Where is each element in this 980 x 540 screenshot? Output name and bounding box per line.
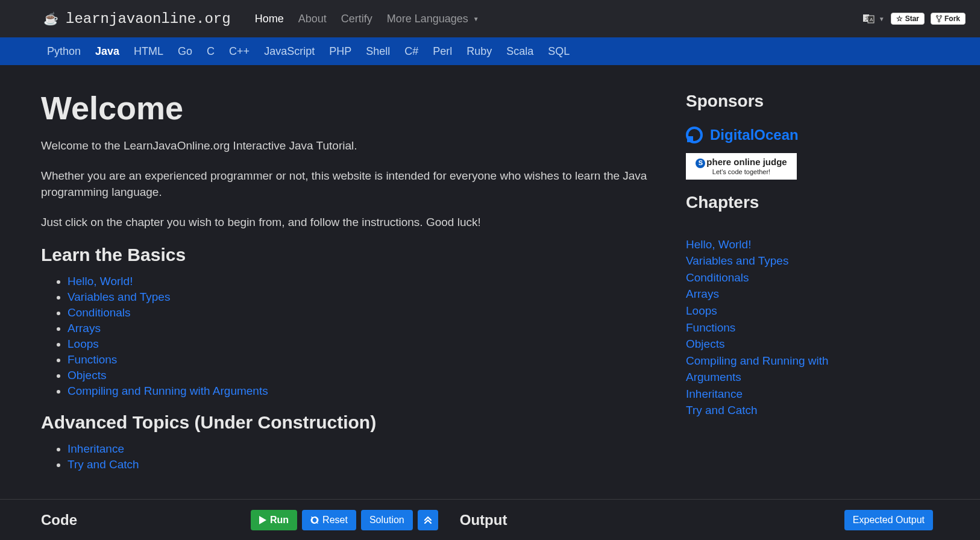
output-label: Output bbox=[460, 512, 507, 529]
lang-tab-ruby[interactable]: Ruby bbox=[466, 45, 492, 58]
language-tabs-bar: PythonJavaHTMLGoCC++JavaScriptPHPShellC#… bbox=[0, 37, 980, 65]
svg-point-4 bbox=[936, 16, 938, 17]
nav-certify[interactable]: Certify bbox=[341, 13, 372, 25]
chapter-link[interactable]: Loops bbox=[68, 338, 99, 350]
sidebar-chapter-link[interactable]: Hello, World! bbox=[686, 236, 843, 253]
solution-button-label: Solution bbox=[369, 515, 404, 526]
list-item: Inheritance bbox=[68, 442, 650, 456]
expected-output-button[interactable]: Expected Output bbox=[844, 510, 933, 530]
sidebar-chapter-link[interactable]: Try and Catch bbox=[686, 402, 843, 419]
main-column: Welcome Welcome to the LearnJavaOnline.o… bbox=[41, 89, 650, 499]
sidebar-chapter-link[interactable]: Variables and Types bbox=[686, 253, 843, 269]
code-label: Code bbox=[41, 512, 251, 529]
lang-tab-perl[interactable]: Perl bbox=[433, 45, 452, 58]
sidebar-chapter-link[interactable]: Conditionals bbox=[686, 269, 843, 286]
lang-tab-go[interactable]: Go bbox=[178, 45, 192, 58]
lang-tab-c[interactable]: C++ bbox=[229, 45, 250, 58]
svg-point-6 bbox=[938, 20, 940, 22]
translate-icon: 文A bbox=[863, 13, 875, 24]
reset-button[interactable]: Reset bbox=[302, 510, 356, 530]
top-nav-bar: ☕ learnjavaonline.org Home About Certify… bbox=[0, 0, 980, 37]
nav-more-languages[interactable]: More Languages ▼ bbox=[387, 13, 479, 25]
java-cup-icon: ☕ bbox=[43, 11, 58, 26]
star-icon: ☆ bbox=[896, 14, 903, 23]
lang-tab-c[interactable]: C# bbox=[404, 45, 418, 58]
lang-tab-javascript[interactable]: JavaScript bbox=[264, 45, 315, 58]
chapter-link[interactable]: Compiling and Running with Arguments bbox=[68, 385, 268, 397]
list-item: Conditionals bbox=[68, 306, 650, 319]
github-star-button[interactable]: ☆ Star bbox=[891, 13, 925, 25]
lang-tab-shell[interactable]: Shell bbox=[366, 45, 390, 58]
site-name: learnjavaonline.org bbox=[66, 11, 231, 27]
github-fork-button[interactable]: Fork bbox=[931, 13, 966, 25]
svg-text:文: 文 bbox=[865, 16, 870, 21]
sponsor-digitalocean[interactable]: DigitalOcean bbox=[686, 127, 843, 143]
nav-about[interactable]: About bbox=[298, 13, 327, 25]
sponsor-spoj-title-text: phere online judge bbox=[706, 157, 787, 167]
list-item: Loops bbox=[68, 338, 650, 351]
caret-down-icon: ▼ bbox=[879, 16, 885, 22]
chapter-link[interactable]: Objects bbox=[68, 369, 106, 381]
footer-right: Expected Output bbox=[844, 510, 933, 530]
lang-tab-c[interactable]: C bbox=[207, 45, 215, 58]
sidebar-chapter-link[interactable]: Loops bbox=[686, 303, 843, 319]
chevron-double-up-icon bbox=[424, 516, 432, 524]
top-nav-right: 文A ▼ ☆ Star Fork bbox=[863, 13, 966, 25]
chapter-link[interactable]: Variables and Types bbox=[68, 290, 170, 303]
lang-tab-java[interactable]: Java bbox=[95, 45, 119, 58]
sidebar-chapter-link[interactable]: Functions bbox=[686, 319, 843, 336]
lang-tab-php[interactable]: PHP bbox=[329, 45, 351, 58]
reset-button-label: Reset bbox=[322, 515, 348, 526]
primary-nav: Home About Certify More Languages ▼ bbox=[255, 13, 479, 25]
run-button[interactable]: Run bbox=[251, 510, 297, 530]
chapter-link[interactable]: Functions bbox=[68, 353, 117, 366]
sidebar-chapter-link[interactable]: Arrays bbox=[686, 286, 843, 303]
sidebar-chapter-link[interactable]: Compiling and Running with Arguments bbox=[686, 353, 843, 386]
svg-point-5 bbox=[940, 16, 941, 17]
sponsor-spoj-title: Sphere online judge bbox=[692, 157, 791, 168]
list-item: Variables and Types bbox=[68, 290, 650, 304]
lang-tab-python[interactable]: Python bbox=[47, 45, 81, 58]
lang-tab-scala[interactable]: Scala bbox=[506, 45, 533, 58]
sidebar-chapter-link[interactable]: Inheritance bbox=[686, 386, 843, 403]
expected-output-label: Expected Output bbox=[853, 515, 925, 526]
chapter-link[interactable]: Conditionals bbox=[68, 306, 131, 319]
chapter-link[interactable]: Arrays bbox=[68, 322, 101, 334]
fork-icon bbox=[936, 15, 942, 22]
chapters-list: Hello, World!Variables and TypesConditio… bbox=[686, 236, 843, 419]
list-item: Try and Catch bbox=[68, 458, 650, 471]
digitalocean-icon bbox=[686, 127, 703, 143]
chapter-link[interactable]: Inheritance bbox=[68, 442, 124, 455]
list-item: Objects bbox=[68, 369, 650, 382]
top-nav-left: ☕ learnjavaonline.org Home About Certify… bbox=[43, 11, 479, 27]
lang-tab-sql[interactable]: SQL bbox=[548, 45, 570, 58]
chapter-link[interactable]: Hello, World! bbox=[68, 275, 133, 287]
sidebar: Sponsors DigitalOcean Sphere online judg… bbox=[686, 89, 843, 499]
basics-heading: Learn the Basics bbox=[41, 245, 650, 265]
solution-button[interactable]: Solution bbox=[361, 510, 413, 530]
chapter-link[interactable]: Try and Catch bbox=[68, 458, 139, 471]
intro-paragraph-2: Whether you are an experienced programme… bbox=[41, 168, 650, 201]
list-item: Hello, World! bbox=[68, 275, 650, 288]
chapters-heading: Chapters bbox=[686, 193, 843, 212]
nav-more-languages-label: More Languages bbox=[387, 13, 468, 25]
site-logo[interactable]: ☕ learnjavaonline.org bbox=[43, 11, 231, 27]
sponsors-heading: Sponsors bbox=[686, 92, 843, 111]
sponsor-spoj[interactable]: Sphere online judge Let's code together! bbox=[686, 153, 797, 180]
intro-paragraph-3: Just click on the chapter you wish to be… bbox=[41, 214, 650, 231]
expand-up-button[interactable] bbox=[418, 510, 438, 530]
lang-tab-html[interactable]: HTML bbox=[134, 45, 163, 58]
svg-text:A: A bbox=[870, 17, 873, 22]
advanced-list: InheritanceTry and Catch bbox=[41, 442, 650, 471]
refresh-icon bbox=[310, 516, 319, 524]
page-title: Welcome bbox=[41, 89, 650, 127]
sponsor-spoj-subtitle: Let's code together! bbox=[692, 168, 791, 176]
sponsor-digitalocean-label: DigitalOcean bbox=[710, 127, 799, 143]
language-selector[interactable]: 文A ▼ bbox=[863, 13, 885, 24]
github-fork-label: Fork bbox=[944, 14, 960, 23]
nav-home[interactable]: Home bbox=[255, 13, 284, 25]
basics-list: Hello, World!Variables and TypesConditio… bbox=[41, 275, 650, 398]
sidebar-chapter-link[interactable]: Objects bbox=[686, 336, 843, 353]
list-item: Functions bbox=[68, 353, 650, 366]
footer-button-group: Run Reset Solution bbox=[251, 510, 438, 530]
